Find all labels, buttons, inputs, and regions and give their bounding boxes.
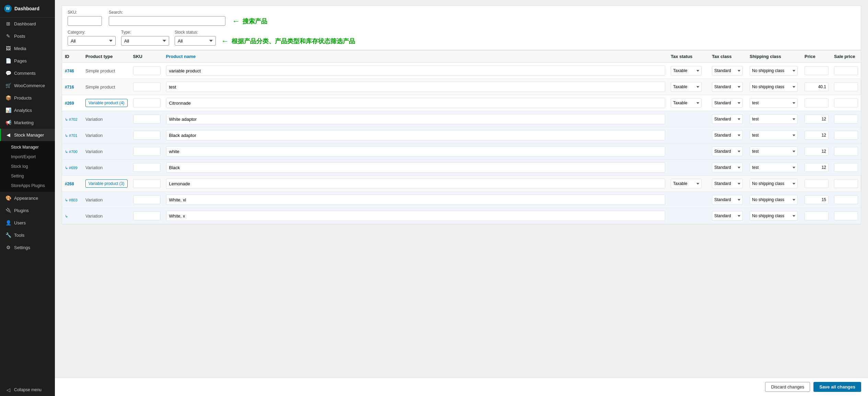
sale-price-input[interactable] xyxy=(834,147,858,156)
sku-field[interactable] xyxy=(133,115,161,124)
sidebar-item-plugins[interactable]: 🔌 Plugins xyxy=(0,204,55,217)
tax-class-select[interactable]: Standard xyxy=(712,130,743,140)
price-input[interactable] xyxy=(805,82,829,91)
search-input[interactable] xyxy=(109,16,225,26)
sidebar-item-appearance[interactable]: 🎨 Appearance xyxy=(0,192,55,204)
sidebar-item-dashboard[interactable]: ⊞ Dashboard xyxy=(0,18,55,30)
sale-price-input[interactable] xyxy=(834,66,858,75)
product-name-input[interactable] xyxy=(166,82,666,92)
shipping-class-select[interactable]: No shipping class xyxy=(750,179,798,188)
sale-price-input[interactable] xyxy=(834,98,858,107)
tax-class-select[interactable]: Standard xyxy=(712,163,743,172)
sidebar-item-media[interactable]: 🖼 Media xyxy=(0,42,55,55)
shipping-class-select[interactable]: test xyxy=(750,130,798,140)
price-input[interactable] xyxy=(805,179,829,188)
submenu-item-stock-manager[interactable]: Stock Manager xyxy=(0,142,55,152)
sale-price-input[interactable] xyxy=(834,115,858,124)
collapse-menu[interactable]: ◁ Collapse menu xyxy=(0,384,55,396)
shipping-class-select[interactable]: test xyxy=(750,147,798,156)
tax-class-select[interactable]: Standard xyxy=(712,66,743,75)
sale-price-input[interactable] xyxy=(834,131,858,140)
col-header-id[interactable]: ID xyxy=(62,50,83,63)
product-id-link[interactable]: #268 xyxy=(65,182,74,186)
product-id-link[interactable]: #716 xyxy=(65,85,74,90)
price-input[interactable] xyxy=(805,115,829,124)
sku-field[interactable] xyxy=(133,179,161,188)
sku-field[interactable] xyxy=(133,147,161,156)
sidebar-item-marketing[interactable]: 📢 Marketing xyxy=(0,116,55,129)
sidebar-item-posts[interactable]: ✎ Posts xyxy=(0,30,55,42)
save-all-button[interactable]: Save all changes xyxy=(813,382,861,392)
product-name-input[interactable] xyxy=(166,178,666,189)
variable-product-button[interactable]: Variable product (4) xyxy=(85,99,128,107)
shipping-class-select[interactable]: No shipping class xyxy=(750,195,798,205)
sku-field[interactable] xyxy=(133,98,161,107)
submenu-item-stock-log[interactable]: Stock log xyxy=(0,162,55,171)
tax-status-select[interactable]: Taxable xyxy=(671,179,702,188)
col-header-name[interactable]: Product name xyxy=(163,50,668,63)
product-name-input[interactable] xyxy=(166,146,666,156)
sale-price-input[interactable] xyxy=(834,179,858,188)
price-input[interactable] xyxy=(805,195,829,204)
variable-product-button[interactable]: Variable product (3) xyxy=(85,179,128,188)
price-input[interactable] xyxy=(805,163,829,172)
stock-status-select[interactable]: All xyxy=(175,36,216,46)
sidebar-item-tools[interactable]: 🔧 Tools xyxy=(0,229,55,241)
submenu-item-import-export[interactable]: Import/Export xyxy=(0,152,55,162)
price-input[interactable] xyxy=(805,131,829,140)
shipping-class-select[interactable]: test xyxy=(750,114,798,124)
product-name-input[interactable] xyxy=(166,130,666,140)
sidebar-item-settings[interactable]: ⚙ Settings xyxy=(0,241,55,254)
tax-status-select[interactable]: Taxable xyxy=(671,98,702,108)
price-input[interactable] xyxy=(805,211,829,220)
submenu-item-storeapps-plugins[interactable]: StoreApps Plugins xyxy=(0,181,55,190)
product-name-input[interactable] xyxy=(166,98,666,108)
shipping-class-select[interactable]: No shipping class xyxy=(750,211,798,221)
tax-status-select[interactable]: Taxable xyxy=(671,82,702,92)
discard-button[interactable]: Discard changes xyxy=(765,382,810,392)
product-id-link[interactable]: #269 xyxy=(65,101,74,106)
tax-class-select[interactable]: Standard xyxy=(712,114,743,124)
product-id-link[interactable]: #746 xyxy=(65,69,74,73)
sidebar-item-woocommerce[interactable]: 🛒 WooCommerce xyxy=(0,79,55,92)
tax-class-select[interactable]: Standard xyxy=(712,211,743,221)
sidebar-item-stock-manager[interactable]: ◀ Stock Manager xyxy=(0,129,55,141)
sku-field[interactable] xyxy=(133,82,161,91)
sale-price-input[interactable] xyxy=(834,211,858,220)
shipping-class-select[interactable]: No shipping class xyxy=(750,66,798,75)
price-input[interactable] xyxy=(805,147,829,156)
shipping-class-select[interactable]: test xyxy=(750,98,798,108)
price-input[interactable] xyxy=(805,66,829,75)
sku-field[interactable] xyxy=(133,195,161,204)
submenu-item-setting[interactable]: Setting xyxy=(0,171,55,181)
product-name-input[interactable] xyxy=(166,114,666,124)
product-name-input[interactable] xyxy=(166,211,666,221)
shipping-class-select[interactable]: test xyxy=(750,163,798,172)
tax-class-select[interactable]: Standard xyxy=(712,82,743,92)
sale-price-input[interactable] xyxy=(834,82,858,91)
tax-status-select[interactable]: Taxable xyxy=(671,66,702,75)
sidebar-item-pages[interactable]: 📄 Pages xyxy=(0,55,55,67)
sku-field[interactable] xyxy=(133,163,161,172)
type-select[interactable]: All xyxy=(121,36,169,46)
sku-field[interactable] xyxy=(133,66,161,75)
sale-price-input[interactable] xyxy=(834,195,858,204)
product-name-input[interactable] xyxy=(166,66,666,76)
product-name-input[interactable] xyxy=(166,162,666,173)
price-input[interactable] xyxy=(805,98,829,107)
sku-input[interactable] xyxy=(68,16,102,26)
sidebar-item-analytics[interactable]: 📊 Analytics xyxy=(0,104,55,116)
sidebar-item-products[interactable]: 📦 Products xyxy=(0,92,55,104)
sidebar-item-comments[interactable]: 💬 Comments xyxy=(0,67,55,79)
product-name-input[interactable] xyxy=(166,195,666,205)
tax-class-select[interactable]: Standard xyxy=(712,195,743,205)
tax-class-select[interactable]: Standard xyxy=(712,179,743,188)
sale-price-input[interactable] xyxy=(834,163,858,172)
sidebar-item-users[interactable]: 👤 Users xyxy=(0,217,55,229)
shipping-class-select[interactable]: No shipping class xyxy=(750,82,798,92)
tax-class-select[interactable]: Standard xyxy=(712,98,743,108)
sku-field[interactable] xyxy=(133,131,161,140)
tax-class-select[interactable]: Standard xyxy=(712,147,743,156)
category-select[interactable]: All xyxy=(68,36,116,46)
sku-field[interactable] xyxy=(133,211,161,220)
